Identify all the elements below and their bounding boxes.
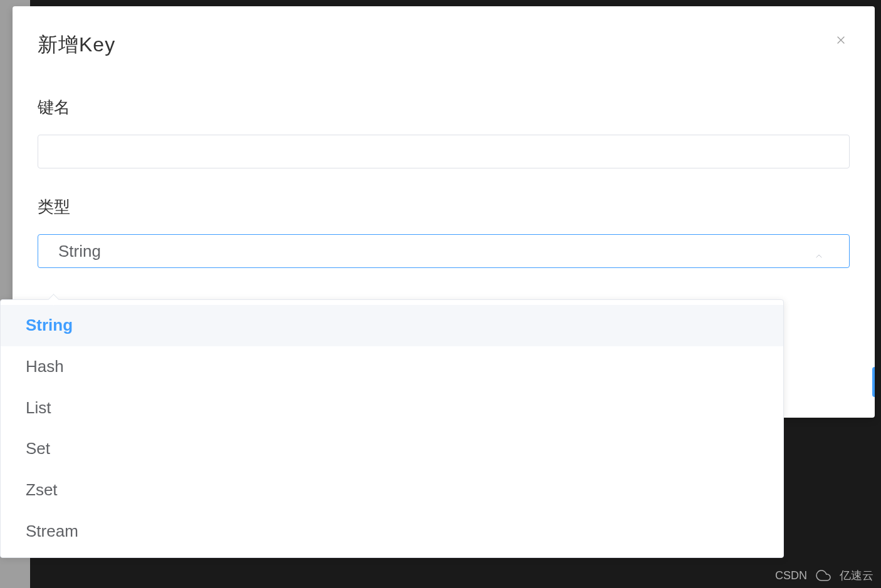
close-icon — [835, 34, 847, 46]
watermark-yisuyun: 亿速云 — [840, 568, 873, 583]
cloud-icon — [816, 568, 831, 583]
button-edge-hint — [872, 367, 875, 397]
dropdown-option-string[interactable]: String — [1, 305, 783, 346]
dropdown-option-list[interactable]: List — [1, 388, 783, 429]
type-select-value: String — [58, 242, 101, 261]
close-button[interactable] — [832, 31, 850, 51]
modal-header: 新增Key — [38, 31, 850, 59]
dropdown-option-set[interactable]: Set — [1, 428, 783, 470]
chevron-up-icon — [814, 246, 824, 256]
type-label: 类型 — [38, 196, 850, 218]
key-name-label: 键名 — [38, 96, 850, 118]
type-field-group: 类型 String — [38, 196, 850, 268]
dropdown-option-hash[interactable]: Hash — [1, 346, 783, 388]
type-dropdown: String Hash List Set Zset Stream — [0, 299, 784, 558]
type-select-wrapper: String — [38, 234, 850, 268]
watermark: CSDN 亿速云 — [775, 568, 873, 583]
dropdown-option-zset[interactable]: Zset — [1, 470, 783, 511]
key-name-field-group: 键名 — [38, 96, 850, 168]
key-name-input[interactable] — [38, 135, 850, 168]
watermark-csdn: CSDN — [775, 569, 807, 582]
modal-title: 新增Key — [38, 31, 115, 59]
dropdown-option-stream[interactable]: Stream — [1, 511, 783, 552]
type-select[interactable]: String — [38, 234, 850, 268]
